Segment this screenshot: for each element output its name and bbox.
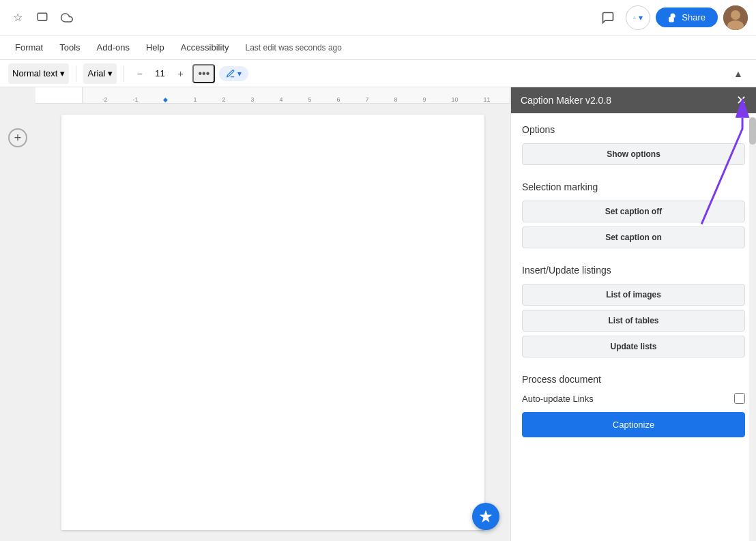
toolbar-collapse[interactable]: ▲ bbox=[729, 64, 748, 83]
main-content: + -2 -1 ◆ 1 2 3 4 5 6 7 8 9 10 bbox=[0, 87, 756, 541]
auto-update-label: Auto-update Links bbox=[522, 394, 594, 404]
font-size-value: 11 bbox=[149, 68, 171, 78]
ruler-inner: -2 -1 ◆ 1 2 3 4 5 6 7 8 9 10 11 bbox=[82, 87, 510, 103]
panel-scrollbar-thumb[interactable] bbox=[749, 117, 756, 145]
selection-marking-section: Selection marking Set caption off Set ca… bbox=[522, 181, 745, 248]
svg-point-4 bbox=[731, 10, 740, 20]
top-right: ▾ Share bbox=[596, 5, 748, 30]
save-to-drive-button[interactable]: ▾ bbox=[626, 5, 650, 30]
panel-scrollbar[interactable] bbox=[749, 117, 756, 541]
star-icon[interactable]: ☆ bbox=[8, 8, 27, 27]
set-caption-on-button[interactable]: Set caption on bbox=[522, 226, 745, 248]
menu-help[interactable]: Help bbox=[139, 40, 171, 55]
drive-icon[interactable] bbox=[33, 8, 52, 27]
font-size-decrease[interactable]: − bbox=[131, 65, 147, 82]
toolbar-divider-2 bbox=[123, 65, 124, 82]
document-page[interactable] bbox=[61, 115, 484, 530]
toolbar-more-options[interactable]: ••• bbox=[192, 64, 215, 83]
text-style-select[interactable]: Normal text ▾ bbox=[8, 63, 69, 84]
last-edit-text: Last edit was seconds ago bbox=[246, 43, 342, 53]
right-panel: Caption Maker v2.0.8 ✕ Options Show opti… bbox=[510, 87, 756, 541]
list-of-tables-button[interactable]: List of tables bbox=[522, 310, 745, 332]
options-title: Options bbox=[522, 124, 745, 135]
comment-button[interactable] bbox=[596, 5, 620, 30]
add-content-button[interactable]: + bbox=[8, 128, 27, 147]
menu-tools[interactable]: Tools bbox=[53, 40, 87, 55]
ruler-ticks: -2 -1 ◆ 1 2 3 4 5 6 7 8 9 10 11 bbox=[83, 96, 510, 103]
menu-accessibility[interactable]: Accessibility bbox=[174, 40, 236, 55]
page-container[interactable] bbox=[35, 104, 510, 541]
panel-body: Options Show options Selection marking S… bbox=[511, 113, 756, 541]
toolbar-divider-1 bbox=[76, 65, 76, 82]
selection-marking-title: Selection marking bbox=[522, 181, 745, 192]
font-size-control: − 11 + bbox=[131, 65, 188, 82]
document-area: -2 -1 ◆ 1 2 3 4 5 6 7 8 9 10 11 bbox=[35, 87, 510, 541]
top-bar-icons: ☆ bbox=[8, 8, 76, 27]
insert-update-title: Insert/Update listings bbox=[522, 265, 745, 276]
cloud-icon[interactable] bbox=[57, 8, 76, 27]
pen-button[interactable]: ▾ bbox=[219, 66, 248, 81]
menu-bar: Format Tools Add-ons Help Accessibility … bbox=[0, 35, 756, 60]
menu-format[interactable]: Format bbox=[8, 40, 50, 55]
auto-update-checkbox[interactable] bbox=[734, 393, 745, 404]
captionize-button[interactable]: Captionize bbox=[522, 412, 745, 437]
svg-rect-2 bbox=[669, 17, 673, 21]
update-lists-button[interactable]: Update lists bbox=[522, 336, 745, 357]
panel-close-button[interactable]: ✕ bbox=[736, 94, 746, 106]
share-button[interactable]: Share bbox=[656, 8, 718, 27]
avatar[interactable] bbox=[723, 5, 748, 30]
ai-fab-button[interactable] bbox=[472, 503, 499, 530]
set-caption-off-button[interactable]: Set caption off bbox=[522, 201, 745, 222]
insert-update-section: Insert/Update listings List of images Li… bbox=[522, 265, 745, 357]
toolbar: Normal text ▾ Arial ▾ − 11 + ••• ▾ ▲ bbox=[0, 60, 756, 87]
font-size-increase[interactable]: + bbox=[172, 65, 188, 82]
top-bar: ☆ ▾ Share bbox=[0, 0, 756, 35]
menu-addons[interactable]: Add-ons bbox=[90, 40, 136, 55]
left-sidebar: + bbox=[0, 87, 35, 541]
ruler: -2 -1 ◆ 1 2 3 4 5 6 7 8 9 10 11 bbox=[35, 87, 510, 104]
svg-rect-0 bbox=[38, 13, 47, 20]
show-options-button[interactable]: Show options bbox=[522, 143, 745, 165]
process-document-title: Process document bbox=[522, 374, 745, 385]
list-of-images-button[interactable]: List of images bbox=[522, 284, 745, 306]
panel-header: Caption Maker v2.0.8 ✕ bbox=[511, 87, 756, 113]
font-select[interactable]: Arial ▾ bbox=[83, 63, 117, 84]
process-document-section: Process document Auto-update Links Capti… bbox=[522, 374, 745, 437]
panel-title: Caption Maker v2.0.8 bbox=[521, 95, 611, 106]
options-section: Options Show options bbox=[522, 124, 745, 165]
auto-update-row: Auto-update Links bbox=[522, 393, 745, 404]
